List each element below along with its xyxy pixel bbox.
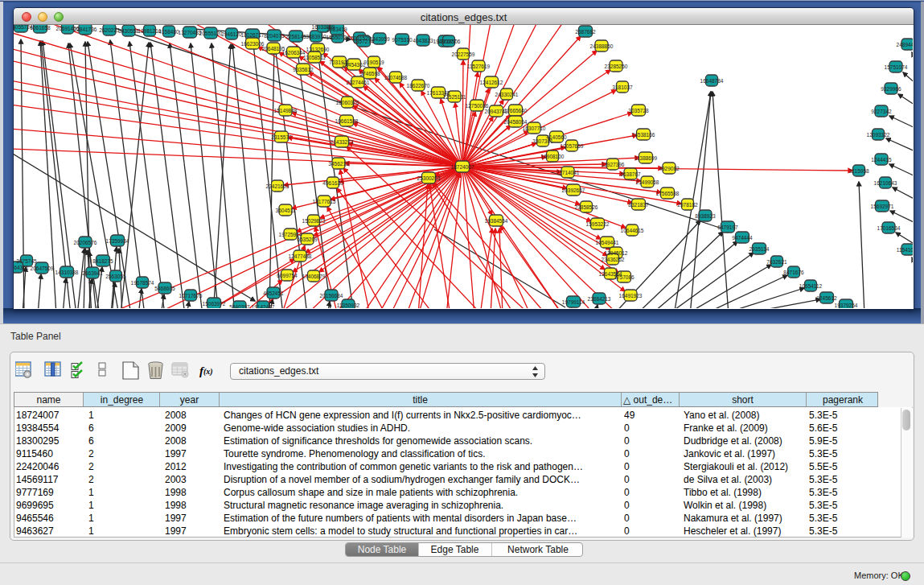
svg-text:2315577: 2315577 (271, 134, 292, 140)
svg-text:22714041: 22714041 (556, 170, 580, 175)
svg-text:11350932: 11350932 (337, 303, 360, 308)
svg-text:8204075: 8204075 (264, 33, 285, 39)
svg-text:25300203: 25300203 (417, 175, 441, 181)
svg-text:20458054: 20458054 (504, 119, 528, 125)
svg-text:18724007: 18724007 (451, 164, 474, 170)
svg-text:3456213: 3456213 (328, 161, 349, 167)
svg-text:24894472: 24894472 (897, 42, 913, 47)
svg-text:11527619: 11527619 (467, 64, 491, 69)
svg-text:15692971: 15692971 (871, 204, 894, 209)
svg-text:20392657: 20392657 (562, 187, 585, 193)
svg-text:7357274: 7357274 (353, 39, 374, 44)
svg-text:11541029: 11541029 (897, 247, 913, 253)
svg-text:1244415: 1244415 (871, 157, 892, 163)
svg-text:9227342: 9227342 (871, 109, 892, 114)
svg-text:23884213: 23884213 (588, 296, 611, 302)
svg-text:12477488: 12477488 (289, 253, 312, 259)
svg-text:9335812: 9335812 (293, 67, 314, 72)
svg-text:17565588: 17565588 (656, 191, 680, 196)
svg-text:2563055: 2563055 (105, 274, 126, 279)
svg-text:4952451: 4952451 (263, 290, 284, 296)
svg-text:18177615: 18177615 (313, 199, 336, 204)
svg-text:12412612: 12412612 (480, 80, 503, 85)
svg-text:6479197: 6479197 (717, 225, 738, 230)
svg-text:23285250: 23285250 (605, 64, 628, 69)
svg-text:15953222: 15953222 (586, 221, 610, 227)
svg-text:16623006: 16623006 (241, 41, 265, 47)
svg-text:4158480: 4158480 (158, 29, 179, 35)
svg-text:2663941: 2663941 (82, 270, 103, 276)
svg-text:8471676: 8471676 (783, 270, 804, 275)
svg-text:9190519: 9190519 (363, 60, 384, 65)
svg-text:11074688: 11074688 (384, 75, 408, 80)
svg-text:3604511: 3604511 (276, 208, 296, 213)
svg-text:3883910: 3883910 (306, 34, 326, 39)
svg-text:4140560: 4140560 (546, 134, 567, 140)
svg-text:16210643: 16210643 (874, 180, 897, 186)
svg-text:18622670: 18622670 (407, 83, 430, 89)
svg-text:12218506: 12218506 (437, 39, 461, 44)
svg-text:23858526: 23858526 (575, 204, 598, 210)
svg-text:20364361: 20364361 (14, 265, 29, 270)
svg-text:6061658: 6061658 (30, 25, 51, 31)
svg-text:18026717: 18026717 (241, 32, 265, 38)
svg-text:24454361: 24454361 (343, 62, 366, 68)
svg-text:12525131: 12525131 (443, 94, 466, 100)
svg-text:2258145: 2258145 (285, 34, 306, 39)
svg-text:11388699: 11388699 (634, 155, 658, 161)
svg-text:10654112: 10654112 (799, 283, 823, 289)
svg-text:15063972: 15063972 (203, 301, 226, 307)
svg-text:13270483: 13270483 (179, 30, 202, 35)
svg-text:16206344: 16206344 (282, 50, 306, 56)
svg-text:10644615: 10644615 (621, 228, 644, 233)
svg-text:16491923: 16491923 (619, 293, 643, 299)
svg-text:4929082: 4929082 (659, 166, 680, 171)
svg-text:17016534: 17016534 (877, 225, 901, 231)
svg-text:9329966: 9329966 (881, 86, 901, 92)
svg-text:17406879: 17406879 (302, 274, 326, 279)
svg-text:23436262: 23436262 (602, 257, 625, 262)
svg-text:19384554: 19384554 (485, 218, 508, 224)
svg-text:10661588: 10661588 (335, 118, 359, 124)
svg-text:19799114: 19799114 (562, 299, 585, 305)
svg-text:3430558: 3430558 (118, 28, 139, 34)
svg-text:3215958: 3215958 (848, 168, 869, 174)
svg-text:8418275: 8418275 (92, 258, 113, 264)
svg-text:15029873: 15029873 (302, 218, 326, 224)
svg-text:13132690: 13132690 (306, 47, 330, 52)
svg-text:16307710: 16307710 (523, 126, 546, 131)
svg-text:21499058: 21499058 (636, 179, 659, 185)
svg-text:2946120: 2946120 (221, 31, 242, 37)
svg-text:2687682: 2687682 (575, 29, 596, 35)
svg-text:15149848: 15149848 (274, 108, 298, 113)
svg-text:14310388: 14310388 (55, 270, 79, 275)
svg-text:19379254: 19379254 (835, 303, 858, 308)
svg-text:17665640: 17665640 (504, 108, 528, 113)
svg-text:20647509: 20647509 (31, 266, 54, 271)
svg-text:1757086: 1757086 (614, 274, 634, 280)
svg-text:4043823: 4043823 (413, 38, 433, 43)
svg-text:2978182: 2978182 (677, 202, 698, 208)
svg-text:20274461: 20274461 (347, 80, 370, 85)
svg-text:9075310: 9075310 (392, 37, 413, 43)
svg-text:(x): (x) (203, 367, 213, 377)
svg-text:24538166: 24538166 (632, 132, 655, 138)
svg-text:4961630: 4961630 (322, 180, 343, 186)
svg-text:12750036: 12750036 (466, 103, 489, 109)
svg-text:3035728: 3035728 (628, 108, 649, 113)
svg-text:5840397: 5840397 (229, 304, 250, 309)
svg-text:21433273: 21433273 (331, 139, 354, 145)
svg-text:17359934: 17359934 (106, 238, 129, 244)
svg-text:20156684: 20156684 (320, 293, 343, 299)
svg-text:12093322: 12093322 (867, 132, 890, 138)
svg-text:13945012: 13945012 (605, 250, 628, 256)
svg-text:20555120: 20555120 (199, 31, 223, 36)
svg-text:15751074: 15751074 (885, 64, 908, 70)
svg-text:10549441: 10549441 (596, 240, 619, 245)
svg-text:6099754: 6099754 (277, 273, 298, 278)
svg-text:2935114: 2935114 (749, 246, 770, 252)
svg-text:9474444: 9474444 (732, 235, 753, 241)
svg-text:2983419: 2983419 (326, 27, 347, 32)
svg-text:16648784: 16648784 (700, 78, 724, 84)
svg-text:10717675: 10717675 (179, 293, 203, 299)
